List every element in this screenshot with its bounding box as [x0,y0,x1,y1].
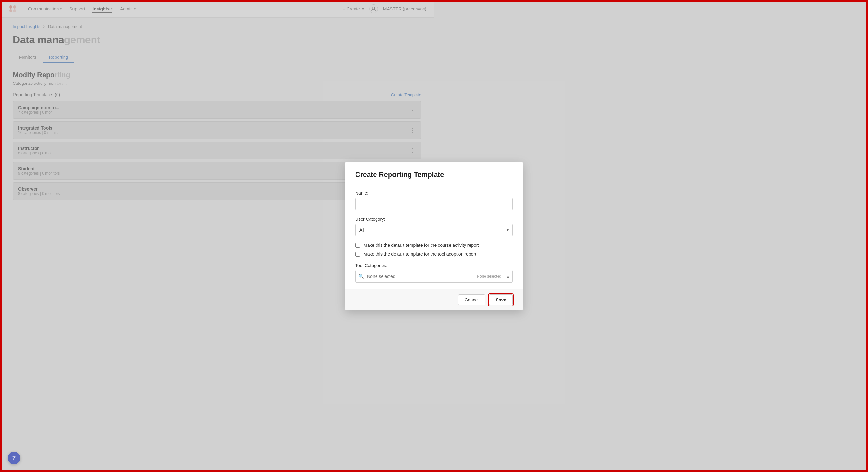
user-category-select-wrapper: All ▾ [355,224,434,236]
modal-body: Create Reporting Template Name: User Cat… [345,162,434,236]
user-category-label: User Category: [355,217,434,222]
create-reporting-template-modal: Create Reporting Template Name: User Cat… [345,162,434,236]
name-label: Name: [355,191,434,196]
name-input[interactable] [355,197,434,210]
modal-overlay[interactable]: Create Reporting Template Name: User Cat… [0,0,434,236]
name-form-group: Name: [355,191,434,210]
user-category-select[interactable]: All ▾ [355,224,434,236]
user-category-form-group: User Category: All ▾ [355,217,434,236]
modal-title: Create Reporting Template [355,170,434,184]
